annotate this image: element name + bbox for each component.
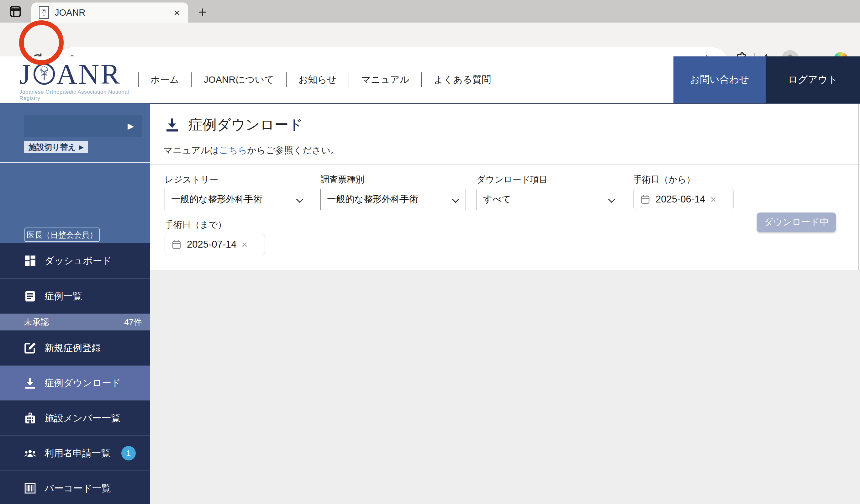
contact-button[interactable]: お問い合わせ [673,56,765,103]
surgery-date-to-value: 2025-07-14 [187,239,237,250]
nav-home[interactable]: ホーム [139,73,191,86]
logout-button[interactable]: ログアウト [765,56,860,103]
facility-selector-arrow-icon: ▶ [128,121,134,131]
calendar-icon [640,194,650,205]
page-scrollbar[interactable] [858,104,859,270]
browser-tab-bar: JOANR × + [0,0,860,23]
joanr-logo: JANR Japanese Orthopaedic Association Na… [19,60,151,102]
logo-subtitle: Japanese Orthopaedic Association Nationa… [19,89,151,102]
logo-text-right: ANR [56,60,121,88]
sidebar-item-case-download[interactable]: 症例ダウンロード [0,365,150,400]
chevron-down-icon [296,196,303,203]
browser-tab[interactable]: JOANR × [31,2,188,23]
facility-switch-button[interactable]: 施設切り替え ▶ [24,141,88,153]
tab-title: JOANR [55,8,174,18]
sidebar-item-case-list[interactable]: 症例一覧 [0,278,150,314]
page-title: 症例ダウンロード [188,115,303,134]
surgery-date-from-field[interactable]: 2025-06-14 × [633,189,734,210]
chevron-down-icon [452,196,459,203]
download-items-select[interactable]: すべて [476,189,622,210]
joanr-favicon [39,6,49,19]
facility-switch-arrow-icon: ▶ [79,144,84,151]
survey-type-select[interactable]: 一般的な整形外科手術 [320,189,466,210]
header-nav: ホーム JOANRについて お知らせ マニュアル よくある質問 [138,56,503,103]
facility-selector[interactable]: ▶ [24,115,142,137]
download-heading-icon [164,117,180,132]
tab-close-icon[interactable]: × [174,7,180,18]
unapproved-count: 47件 [124,317,142,328]
clear-date-icon[interactable]: × [711,194,716,205]
clear-date-icon[interactable]: × [242,239,248,250]
manual-note: マニュアルはこちらからご参照ください。 [163,144,340,157]
sidebar-item-facility-members[interactable]: 施設メンバー一覧 [0,400,150,435]
role-badge: 医長（日整会会員） [25,228,100,242]
calendar-icon [171,239,182,250]
nav-about-joanr[interactable]: JOANRについて [191,73,286,86]
site-header: JANR Japanese Orthopaedic Association Na… [0,56,860,103]
list-icon [24,290,37,302]
download-items-label: ダウンロード項目 [476,174,548,186]
new-tab-button[interactable]: + [193,3,212,21]
sidebar-item-barcode-list[interactable]: バーコード一覧 [0,471,150,504]
download-icon [24,377,37,389]
manual-link[interactable]: こちら [219,145,247,155]
browser-window: JOANR × + ← ☆ ••• [0,0,860,504]
surgery-date-to-field[interactable]: 2025-07-14 × [164,234,265,255]
barcode-icon [24,482,37,494]
applications-count-badge: 1 [121,446,136,460]
users-icon [24,447,37,460]
sidebar-item-dashboard[interactable]: ダッシュボード [0,243,150,278]
sidebar-item-unapproved[interactable]: 未承認 47件 [0,314,150,330]
nav-manual[interactable]: マニュアル [349,73,421,86]
registry-select[interactable]: 一般的な整形外科手術 [164,189,310,210]
edit-icon [24,342,37,354]
nav-news[interactable]: お知らせ [287,73,349,86]
grid-icon [24,255,37,267]
sidebar: ▶ 施設切り替え ▶ 医長（日整会会員） ダッシュボード 症例一覧 未承認 [0,103,150,504]
registry-label: レジストリー [164,174,218,186]
section-divider [150,164,860,165]
sidebar-divider [0,162,150,163]
sidebar-item-user-applications[interactable]: 利用者申請一覧 1 [0,435,150,471]
surgery-date-to-label: 手術日（まで） [164,219,226,231]
browser-toolbar: ← ☆ ••• [0,23,860,56]
nav-faq[interactable]: よくある質問 [422,73,503,86]
hospital-icon [24,412,37,424]
logo-text-left: J [19,60,32,88]
chevron-down-icon [608,196,615,203]
main-content: 症例ダウンロード マニュアルはこちらからご参照ください。 レジストリー 調査票種… [150,103,860,504]
downloading-button[interactable]: ダウンロード中 [757,213,836,232]
logo-tree-o-icon [33,62,56,86]
workspaces-icon[interactable] [8,5,23,18]
surgery-date-from-label: 手術日（から） [633,174,695,186]
facility-switch-label: 施設切り替え [29,142,76,152]
survey-type-label: 調査票種別 [320,174,364,186]
sidebar-item-new-case[interactable]: 新規症例登録 [0,330,150,365]
sidebar-menu: ダッシュボード 症例一覧 未承認 47件 新規症例登録 [0,243,150,504]
surgery-date-from-value: 2025-06-14 [656,194,705,205]
